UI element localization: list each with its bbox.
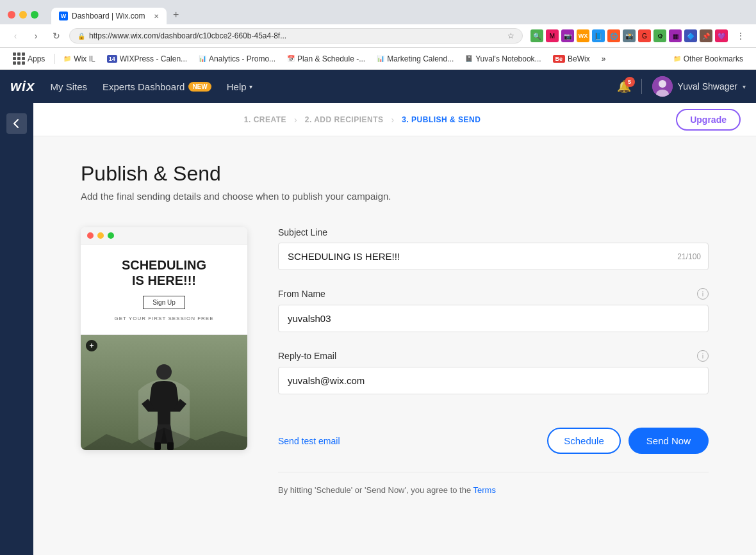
- preview-body: SCHEDULING IS HERE!!! Sign Up GET YOUR F…: [81, 245, 247, 450]
- close-window-icon[interactable]: [8, 11, 15, 19]
- bookmark-separator: [54, 54, 54, 64]
- preview-subtext: GET YOUR FIRST SESSION FREE: [91, 316, 237, 321]
- bookmark-analytics[interactable]: 📊 Analytics - Promo...: [193, 52, 281, 65]
- ext-icon-6[interactable]: 🌐: [607, 29, 620, 42]
- forward-button[interactable]: ›: [28, 28, 44, 44]
- bookmark-marketing[interactable]: 📊 Marketing Calend...: [372, 52, 459, 65]
- send-test-link[interactable]: Send test email: [278, 436, 340, 446]
- ext-icon-5[interactable]: 📘: [592, 29, 605, 42]
- terms-section: By hitting 'Schedule' or 'Send Now', you…: [278, 472, 709, 495]
- wizard-steps: 1. CREATE › 2. ADD RECIPIENTS › 3. PUBLI…: [49, 115, 676, 125]
- browser-chrome: W Dashboard | Wix.com ✕ + ‹ › ↻ 🔒 https:…: [0, 0, 756, 70]
- reply-to-info-icon[interactable]: i: [697, 350, 709, 362]
- wix-logo[interactable]: wix: [10, 78, 35, 95]
- tab-close-icon[interactable]: ✕: [154, 13, 159, 20]
- app-bar-nav: My Sites Experts Dashboard NEW Help ▾: [50, 81, 601, 92]
- bookmark-more[interactable]: »: [596, 52, 611, 65]
- from-name-label: From Name i: [278, 288, 709, 300]
- ext-icon-8[interactable]: G: [638, 29, 651, 42]
- bookmark-wix-il[interactable]: 📁 Wix IL: [58, 52, 100, 65]
- my-sites-link[interactable]: My Sites: [50, 81, 87, 92]
- nav-divider: [641, 79, 642, 94]
- bookmarks-bar: Apps 📁 Wix IL 14 WIXPress - Calen... 📊 A…: [0, 48, 756, 70]
- reply-to-input[interactable]: [278, 367, 709, 394]
- app-bar: wix My Sites Experts Dashboard NEW Help …: [0, 70, 756, 103]
- tab-title: Dashboard | Wix.com: [72, 12, 150, 20]
- bookmark-wixpress[interactable]: 14 WIXPress - Calen...: [102, 52, 192, 65]
- notification-button[interactable]: 🔔 5: [617, 79, 631, 93]
- notification-badge: 5: [625, 77, 635, 87]
- schedule-button[interactable]: Schedule: [547, 428, 621, 454]
- address-bar[interactable]: 🔒 https://www.wix.com/dashboard/c10cbce2…: [69, 28, 523, 44]
- browser-menu-button[interactable]: ⋮: [733, 28, 748, 44]
- back-button[interactable]: ‹: [8, 28, 23, 44]
- ext-icon-1[interactable]: 🔍: [530, 29, 543, 42]
- bookmark-icon[interactable]: ☆: [507, 31, 514, 40]
- subject-line-label: Subject Line: [278, 227, 709, 237]
- subject-line-input[interactable]: [278, 243, 709, 270]
- form-layout: SCHEDULING IS HERE!!! Sign Up GET YOUR F…: [81, 227, 709, 495]
- ext-icon-3[interactable]: 📷: [561, 29, 574, 42]
- preview-minimize-dot: [97, 232, 104, 239]
- ext-icon-9[interactable]: ⚙: [653, 29, 666, 42]
- wizard-step-2[interactable]: 2. ADD RECIPIENTS: [297, 115, 391, 124]
- tab-favicon: W: [59, 12, 68, 20]
- from-name-info-icon[interactable]: i: [697, 288, 709, 300]
- sidebar-back: [0, 103, 33, 555]
- ext-icon-10[interactable]: ▦: [669, 29, 682, 42]
- browser-titlebar: W Dashboard | Wix.com ✕ +: [0, 0, 756, 24]
- user-avatar: [652, 76, 673, 97]
- user-profile[interactable]: Yuval Shwager ▾: [652, 76, 746, 97]
- user-name: Yuval Shwager: [678, 81, 737, 92]
- bookmark-other[interactable]: 📁 Other Bookmarks: [668, 52, 748, 65]
- ext-icon-4[interactable]: WX: [577, 29, 589, 42]
- preview-signup-button: Sign Up: [143, 296, 185, 309]
- char-count: 21/100: [677, 252, 701, 261]
- preview-close-dot: [87, 232, 94, 239]
- bookmark-yuval[interactable]: 📓 Yuval's Notebook...: [460, 52, 546, 65]
- send-now-button[interactable]: Send Now: [629, 428, 709, 454]
- preview-titlebar: [81, 227, 247, 245]
- bookmark-bewix[interactable]: Be BeWix: [548, 52, 595, 65]
- from-name-input[interactable]: [278, 305, 709, 332]
- experts-dashboard-link[interactable]: Experts Dashboard NEW: [103, 81, 211, 92]
- new-tab-button[interactable]: +: [168, 5, 184, 24]
- app-bar-right: 🔔 5 Yuval Shwager ▾: [617, 76, 746, 97]
- terms-link[interactable]: Terms: [473, 485, 496, 495]
- from-name-wrapper: [278, 305, 709, 332]
- browser-tabs: W Dashboard | Wix.com ✕ +: [51, 5, 184, 24]
- ext-icon-7[interactable]: 📸: [623, 29, 636, 42]
- upgrade-button[interactable]: Upgrade: [676, 109, 741, 131]
- maximize-window-icon[interactable]: [31, 11, 38, 19]
- ext-icon-11[interactable]: 🔷: [684, 29, 697, 42]
- from-name-group: From Name i: [278, 288, 709, 332]
- preview-image-section: + + + +: [81, 335, 247, 450]
- ext-icon-2[interactable]: M: [546, 29, 559, 42]
- action-buttons: Schedule Send Now: [547, 428, 709, 454]
- email-preview: SCHEDULING IS HERE!!! Sign Up GET YOUR F…: [81, 227, 247, 450]
- help-link[interactable]: Help ▾: [227, 81, 252, 92]
- preview-maximize-dot: [108, 232, 114, 239]
- bookmarks-apps[interactable]: Apps: [8, 51, 50, 67]
- ext-icon-13[interactable]: 💜: [715, 29, 728, 42]
- add-block-bottom-right[interactable]: +: [86, 340, 97, 351]
- reload-button[interactable]: ↻: [49, 28, 64, 44]
- browser-toolbar: ‹ › ↻ 🔒 https://www.wix.com/dashboard/c1…: [0, 24, 756, 48]
- form-fields: Subject Line 21/100 From Name i: [278, 227, 709, 495]
- main-layout: 1. CREATE › 2. ADD RECIPIENTS › 3. PUBLI…: [0, 103, 756, 555]
- back-button[interactable]: [6, 113, 27, 134]
- reply-to-group: Reply-to Email i: [278, 350, 709, 394]
- lock-icon: 🔒: [78, 33, 85, 40]
- svg-point-4: [156, 364, 172, 380]
- actions-row: Send test email Schedule Send Now: [278, 415, 709, 454]
- wizard-step-3[interactable]: 3. PUBLISH & SEND: [394, 115, 488, 124]
- wizard-step-1[interactable]: 1. CREATE: [236, 115, 294, 124]
- url-text: https://www.wix.com/dashboard/c10cbce2-6…: [89, 31, 504, 40]
- page-content: Publish & Send Add the final sending det…: [55, 136, 734, 533]
- active-tab[interactable]: W Dashboard | Wix.com ✕: [51, 8, 167, 24]
- bookmark-plan[interactable]: 📅 Plan & Schedule -...: [282, 52, 370, 65]
- ext-icon-12[interactable]: 📌: [700, 29, 712, 42]
- minimize-window-icon[interactable]: [19, 11, 27, 19]
- preview-mountain: [81, 424, 247, 450]
- reply-to-wrapper: [278, 367, 709, 394]
